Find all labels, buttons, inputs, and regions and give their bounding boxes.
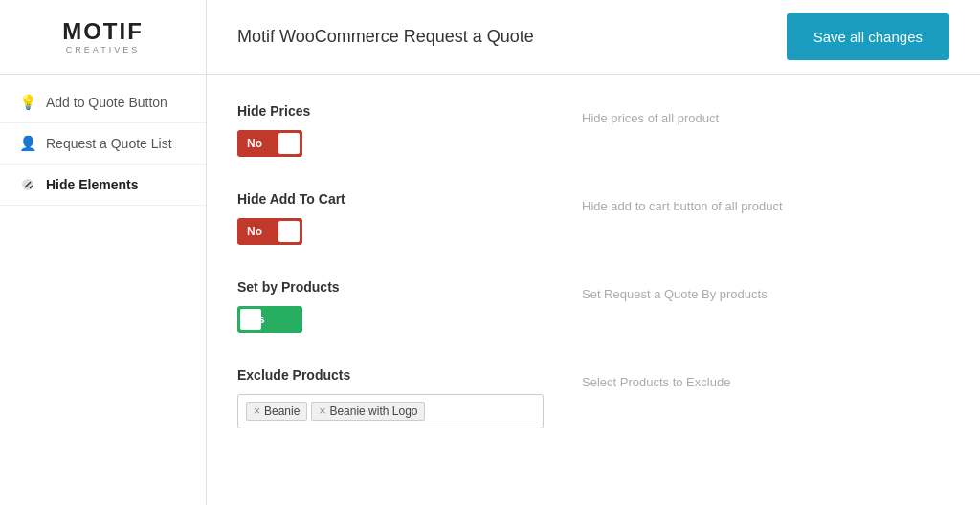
hide-prices-toggle[interactable]: No bbox=[237, 130, 302, 157]
tag-beanie-with-logo-close[interactable]: × bbox=[319, 405, 325, 418]
sidebar-item-hide-elements[interactable]: Hide Elements bbox=[0, 165, 206, 206]
hide-add-to-cart-left: Hide Add To Cart No bbox=[237, 191, 544, 245]
hide-prices-description: Hide prices of all product bbox=[582, 103, 719, 125]
set-by-products-toggle-knob bbox=[240, 309, 261, 330]
hide-add-to-cart-toggle-label: No bbox=[247, 225, 262, 238]
tag-beanie-with-logo-label: Beanie with Logo bbox=[329, 405, 417, 418]
exclude-products-tags-container[interactable]: × Beanie × Beanie with Logo bbox=[237, 394, 544, 428]
sidebar-nav: 💡 Add to Quote Button 👤 Request a Quote … bbox=[0, 75, 206, 206]
tag-beanie-with-logo: × Beanie with Logo bbox=[311, 402, 425, 421]
content-area: Hide Prices No Hide prices of all produc… bbox=[207, 75, 980, 505]
logo-name: MOTIF bbox=[62, 20, 144, 43]
sidebar: MOTIF CREATIVES 💡 Add to Quote Button 👤 … bbox=[0, 0, 207, 505]
sidebar-item-add-to-quote[interactable]: 💡 Add to Quote Button bbox=[0, 82, 206, 123]
hide-add-to-cart-toggle-container: No bbox=[237, 218, 544, 245]
hide-prices-section: Hide Prices No Hide prices of all produc… bbox=[237, 103, 949, 157]
exclude-products-label: Exclude Products bbox=[237, 367, 544, 383]
hide-add-to-cart-row: Hide Add To Cart No Hide add to cart but… bbox=[237, 191, 949, 245]
hide-add-to-cart-description: Hide add to cart button of all product bbox=[582, 191, 783, 213]
exclude-products-description: Select Products to Exclude bbox=[582, 367, 730, 389]
set-by-products-row: Set by Products Yes Set Request a Quote … bbox=[237, 279, 949, 333]
tag-beanie-close[interactable]: × bbox=[254, 405, 260, 418]
logo-sub: CREATIVES bbox=[62, 45, 144, 55]
tag-beanie-label: Beanie bbox=[264, 405, 300, 418]
hide-prices-label: Hide Prices bbox=[237, 103, 544, 119]
set-by-products-label: Set by Products bbox=[237, 279, 544, 295]
sidebar-item-label: Add to Quote Button bbox=[46, 95, 167, 110]
save-button[interactable]: Save all changes bbox=[787, 13, 949, 60]
hide-prices-toggle-label: No bbox=[247, 137, 262, 150]
exclude-products-left: Exclude Products × Beanie × Beanie with … bbox=[237, 367, 544, 428]
set-by-products-toggle-container: Yes bbox=[237, 306, 544, 333]
person-icon: 👤 bbox=[19, 135, 36, 152]
hide-add-to-cart-label: Hide Add To Cart bbox=[237, 191, 544, 207]
sidebar-item-request-quote-list[interactable]: 👤 Request a Quote List bbox=[0, 123, 206, 165]
page-header: Motif WooCommerce Request a Quote Save a… bbox=[207, 0, 980, 75]
set-by-products-left: Set by Products Yes bbox=[237, 279, 544, 333]
exclude-products-section: Exclude Products × Beanie × Beanie with … bbox=[237, 367, 949, 428]
hide-add-to-cart-section: Hide Add To Cart No Hide add to cart but… bbox=[237, 191, 949, 245]
set-by-products-section: Set by Products Yes Set Request a Quote … bbox=[237, 279, 949, 333]
hide-prices-left: Hide Prices No bbox=[237, 103, 544, 157]
edit-icon bbox=[19, 176, 36, 193]
hide-add-to-cart-toggle-knob bbox=[278, 221, 300, 242]
logo-area: MOTIF CREATIVES bbox=[0, 0, 206, 75]
sidebar-item-label: Hide Elements bbox=[46, 177, 138, 192]
hide-add-to-cart-toggle[interactable]: No bbox=[237, 218, 302, 245]
hide-prices-toggle-container: No bbox=[237, 130, 544, 157]
hide-prices-toggle-knob bbox=[278, 133, 300, 154]
set-by-products-toggle[interactable]: Yes bbox=[237, 306, 302, 333]
page-title: Motif WooCommerce Request a Quote bbox=[237, 27, 534, 47]
sidebar-item-label: Request a Quote List bbox=[46, 136, 172, 151]
hide-prices-row: Hide Prices No Hide prices of all produc… bbox=[237, 103, 949, 157]
lightbulb-icon: 💡 bbox=[19, 94, 36, 111]
tag-beanie: × Beanie bbox=[246, 402, 307, 421]
main-content: Motif WooCommerce Request a Quote Save a… bbox=[207, 0, 980, 505]
set-by-products-description: Set Request a Quote By products bbox=[582, 279, 768, 301]
exclude-products-row: Exclude Products × Beanie × Beanie with … bbox=[237, 367, 949, 428]
logo: MOTIF CREATIVES bbox=[62, 20, 144, 55]
